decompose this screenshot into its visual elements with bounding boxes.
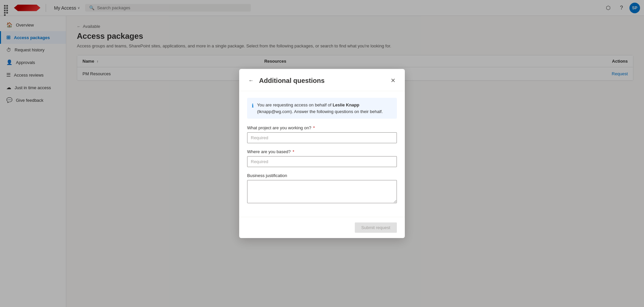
dialog-title: Additional questions [259,77,385,85]
input-location[interactable] [247,156,397,167]
info-suffix: Answer the following questions on their … [293,109,383,114]
additional-questions-dialog: ← Additional questions ✕ ℹ You are reque… [239,69,405,238]
dialog-header: ← Additional questions ✕ [239,69,405,91]
modal-overlay: ← Additional questions ✕ ℹ You are reque… [0,0,644,307]
field-project: What project are you working on? * [247,125,397,143]
dialog-footer: Submit request [239,217,405,238]
dialog-close-button[interactable]: ✕ [389,76,397,86]
field-location: Where are you based? * [247,149,397,167]
label-project: What project are you working on? * [247,125,397,130]
label-location-text: Where are you based? [247,149,291,154]
field-justification: Business justification [247,173,397,204]
info-email: (lknapp@wg.com). [257,109,293,114]
submit-request-button[interactable]: Submit request [355,222,397,233]
info-banner: ℹ You are requesting access on behalf of… [247,98,397,119]
dialog-back-button[interactable]: ← [247,76,255,85]
input-project[interactable] [247,132,397,143]
required-star-1: * [312,125,315,130]
info-bold-name: Leslie Knapp [333,102,359,107]
info-icon: ℹ [252,102,254,110]
label-justification-text: Business justification [247,173,287,178]
info-text: You are requesting access on behalf of L… [257,102,392,115]
required-star-2: * [292,149,295,154]
label-location: Where are you based? * [247,149,397,154]
textarea-justification[interactable] [247,180,397,203]
info-prefix: You are requesting access on behalf of [257,102,333,107]
label-project-text: What project are you working on? [247,125,311,130]
label-justification: Business justification [247,173,397,178]
dialog-body: ℹ You are requesting access on behalf of… [239,91,405,217]
